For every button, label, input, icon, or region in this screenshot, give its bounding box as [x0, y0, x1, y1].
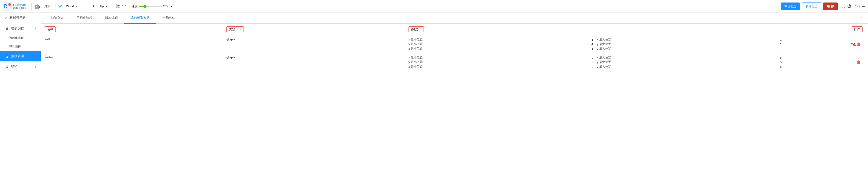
th-type: 类型 ▲▼ [223, 24, 405, 35]
tab-global-pos[interactable]: 全局点位 [156, 13, 182, 24]
header: R M realman 睿尔曼智能 🤖 真实 W World ▼ T Arm_T… [0, 0, 868, 13]
param-label2: z 最大位置 [597, 46, 692, 51]
init-pose-button[interactable]: 初始姿态 [802, 2, 822, 10]
cell-name: wall [41, 35, 223, 53]
cell-name: weilan [41, 53, 223, 71]
th-name-box: 名称 [44, 26, 56, 32]
logo-text: realman 睿尔曼智能 [13, 3, 26, 10]
expand-down-icon: ∨ [34, 65, 36, 68]
expand-up-icon: ∧ [34, 27, 36, 30]
sidebar-item-online-prog[interactable]: 🖥 在线编程 ∧ [0, 23, 41, 34]
emergency-stop-button[interactable]: 急 停 [823, 2, 838, 10]
delete-button[interactable]: 🗑 [855, 41, 863, 47]
param-label: y 最小位置 [408, 60, 504, 64]
th-params: 参数(m) [405, 24, 785, 35]
tab-trajectory[interactable]: 轨迹列表 [44, 13, 70, 24]
tab-graphic[interactable]: 图形化编程 [70, 13, 99, 24]
param-value: 0 [507, 61, 593, 64]
wave-icon: 〰 [122, 4, 126, 9]
arm-tip-label: Arm_Tip [93, 5, 104, 8]
speed-slider[interactable] [139, 6, 162, 7]
main-layout: ⌂ 机械臂示教 🖥 在线编程 ∧ 图形化编程 脚本编程 🗄 数据管理 ⚙ 配置 … [0, 13, 868, 192]
param-label: x 最小位置 [408, 56, 504, 60]
gear-icon: ⚙ [5, 65, 8, 69]
cell-params: x 最小位置-1x 最大位置1y 最小位置-1y 最大位置1z 最小位置-1z … [405, 35, 785, 53]
divider-5 [129, 3, 129, 10]
table-area: 名称 类型 ▲▼ 参数(m) 操作 [41, 24, 868, 192]
home-icon: ⌂ [5, 16, 7, 20]
power-icon[interactable]: ⏻ [847, 4, 851, 9]
th-action: 操作 [785, 24, 868, 35]
param-value: 0 [507, 65, 593, 68]
divider-1 [31, 3, 32, 10]
mode-button[interactable]: 真实 [42, 3, 53, 10]
header-icons: ⛶ ⏻ CN ⇥ [841, 4, 865, 9]
world-label: World [66, 5, 74, 8]
world-icon: W [59, 4, 62, 8]
param-value2: 1 [696, 38, 782, 41]
geometry-table: 名称 类型 ▲▼ 参数(m) 操作 [41, 24, 868, 71]
param-label2: z 最大位置 [597, 65, 692, 69]
sidebar-item-script-prog[interactable]: 脚本编程 [5, 42, 41, 51]
param-label2: x 最大位置 [597, 56, 692, 60]
sidebar-item-graphic-prog[interactable]: 图形化编程 [5, 34, 41, 42]
svg-text:M: M [9, 4, 10, 6]
robot-icon: 🤖 [34, 4, 40, 9]
param-value2: 5 [696, 61, 782, 64]
world-dropdown[interactable]: World ▼ [64, 3, 81, 10]
cell-action: 🗑➔ [785, 35, 868, 53]
param-label2: y 最大位置 [597, 60, 692, 64]
speed-area: 速度 23% ▼ [132, 4, 173, 8]
param-value2: 1 [696, 47, 782, 51]
sort-icon[interactable]: ▲▼ [237, 28, 241, 31]
th-name: 名称 [41, 24, 223, 35]
table-row: weilan长方体x 最小位置0x 最大位置5y 最小位置0y 最大位置5z 最… [41, 53, 868, 71]
param-label2: y 最大位置 [597, 42, 692, 46]
chevron-down-icon-3: ▼ [170, 5, 173, 7]
table-row: wall长方体x 最小位置-1x 最大位置1y 最小位置-1y 最大位置1z 最… [41, 35, 868, 53]
logo-icon: R M [3, 2, 12, 11]
param-value2: 1 [696, 42, 782, 46]
header-right: 零位姿态 初始姿态 急 停 ⛶ ⏻ CN ⇥ [781, 2, 865, 10]
param-value: -1 [507, 42, 593, 46]
th-type-box: 类型 ▲▼ [226, 26, 244, 32]
param-label: z 最小位置 [408, 65, 504, 69]
cell-type: 长方体 [223, 35, 405, 53]
sidebar-item-robot-demo[interactable]: ⌂ 机械臂示教 [0, 13, 41, 23]
param-label: y 最小位置 [408, 42, 504, 46]
param-value2: 5 [696, 56, 782, 59]
param-value2: 5 [696, 65, 782, 68]
sidebar-label-script-prog: 脚本编程 [9, 44, 21, 49]
sidebar-label-graphic-prog: 图形化编程 [9, 36, 24, 40]
logo-area: R M realman 睿尔曼智能 [3, 2, 26, 11]
logout-icon[interactable]: ⇥ [862, 4, 865, 9]
param-label2: x 最大位置 [597, 37, 692, 42]
param-label: x 最小位置 [408, 37, 504, 42]
param-value: -1 [507, 47, 593, 51]
sidebar-label-robot-demo: 机械臂示教 [10, 16, 26, 20]
tab-script[interactable]: 脚本编程 [99, 13, 124, 24]
param-value: -1 [507, 38, 593, 41]
cell-action: 🗑 [785, 53, 868, 71]
speed-value: 23% [163, 5, 169, 8]
sidebar-label-online-prog: 在线编程 [11, 26, 24, 30]
table-header-row: 名称 类型 ▲▼ 参数(m) 操作 [41, 24, 868, 35]
arm-tip-icon: T [86, 4, 88, 8]
cn-badge: CN [854, 5, 860, 8]
param-label: z 最小位置 [408, 46, 504, 51]
joints-icon: ⛓ [116, 4, 120, 9]
sidebar-item-config[interactable]: ⚙ 配置 ∨ [0, 61, 41, 72]
delete-button[interactable]: 🗑 [855, 59, 863, 66]
sidebar-item-data-mgmt[interactable]: 🗄 数据管理 [0, 51, 41, 61]
sidebar-sub-online: 图形化编程 脚本编程 [0, 34, 41, 51]
tabs-collapse-icon[interactable]: 《 [857, 14, 864, 23]
sidebar-label-config: 配置 [11, 65, 17, 69]
arm-tip-dropdown[interactable]: Arm_Tip ▼ [90, 3, 111, 10]
zero-pose-button[interactable]: 零位姿态 [781, 2, 800, 10]
sidebar: ⌂ 机械臂示教 🖥 在线编程 ∧ 图形化编程 脚本编程 🗄 数据管理 ⚙ 配置 … [0, 13, 41, 192]
svg-text:R: R [4, 3, 7, 9]
th-action-box: 操作 [851, 26, 863, 32]
cell-params: x 最小位置0x 最大位置5y 最小位置0y 最大位置5z 最小位置0z 最大位… [405, 53, 785, 71]
tab-geometry[interactable]: 几何模型参数 [124, 13, 156, 24]
expand-icon[interactable]: ⛶ [841, 4, 845, 8]
